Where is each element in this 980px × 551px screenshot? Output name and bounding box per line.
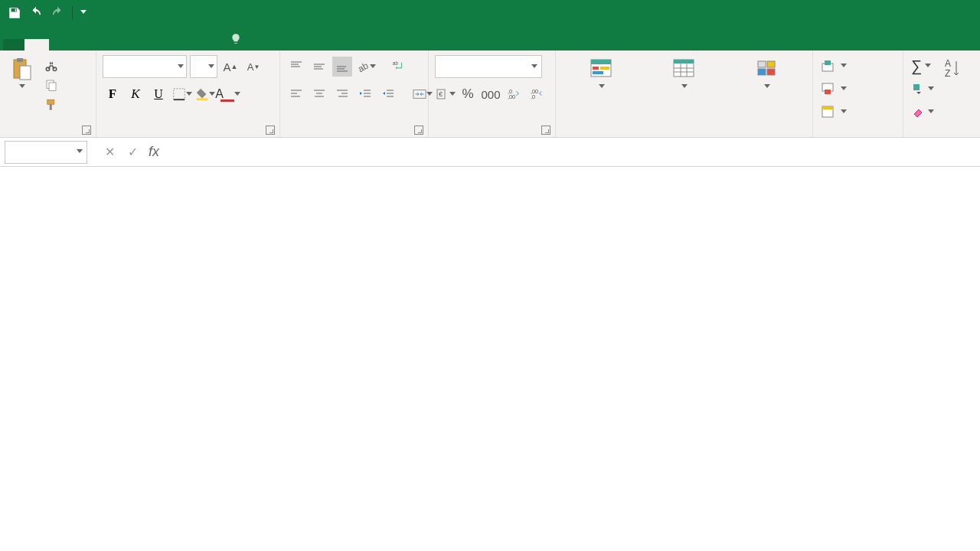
- svg-rect-2: [20, 66, 31, 80]
- tab-seitenlayout[interactable]: [74, 39, 98, 51]
- sort-filter-button[interactable]: AZ: [939, 55, 970, 84]
- svg-rect-38: [413, 90, 425, 99]
- svg-text:€: €: [439, 90, 443, 98]
- number-dialog-launcher[interactable]: [541, 126, 550, 135]
- svg-rect-63: [825, 90, 831, 94]
- fx-icon[interactable]: fx: [144, 144, 164, 160]
- svg-text:,0: ,0: [531, 93, 535, 100]
- align-top-button[interactable]: [286, 57, 306, 77]
- svg-rect-49: [593, 71, 603, 74]
- redo-icon[interactable]: [51, 6, 64, 20]
- paste-button[interactable]: [6, 55, 37, 91]
- decrease-indent-button[interactable]: [355, 84, 375, 104]
- svg-rect-51: [674, 60, 694, 64]
- group-alignment: ab ab: [280, 51, 429, 137]
- borders-button[interactable]: [172, 84, 191, 104]
- autosum-button[interactable]: ∑: [910, 55, 935, 77]
- save-icon[interactable]: [8, 6, 21, 20]
- align-dialog-launcher[interactable]: [414, 126, 423, 135]
- clear-button[interactable]: [910, 101, 935, 122]
- svg-text:ab: ab: [393, 60, 399, 66]
- insert-cells-button[interactable]: [819, 55, 848, 77]
- svg-rect-56: [758, 61, 766, 67]
- tab-einfuegen[interactable]: [49, 39, 74, 51]
- lightbulb-icon: [230, 33, 242, 45]
- tab-formeln[interactable]: [98, 39, 122, 51]
- svg-rect-65: [822, 106, 833, 109]
- titlebar: [0, 0, 980, 25]
- svg-rect-1: [17, 58, 23, 62]
- format-as-table-button[interactable]: [668, 55, 699, 91]
- tab-ueberpruefen[interactable]: [147, 39, 172, 51]
- tab-start[interactable]: [24, 39, 49, 51]
- conditional-formatting-button[interactable]: [586, 55, 616, 91]
- svg-rect-57: [767, 61, 775, 67]
- svg-rect-11: [196, 98, 207, 100]
- format-painter-button[interactable]: [41, 95, 61, 115]
- font-name-combo[interactable]: [103, 55, 187, 78]
- svg-rect-58: [758, 69, 766, 75]
- increase-decimal-button[interactable]: ,0,00: [504, 84, 524, 104]
- font-dialog-launcher[interactable]: [266, 126, 275, 135]
- font-color-button[interactable]: A: [217, 84, 237, 104]
- ribbon-tabs: [0, 25, 980, 51]
- align-center-button[interactable]: [309, 84, 329, 104]
- formula-bar: ✕ ✓ fx: [0, 138, 980, 167]
- decrease-decimal-button[interactable]: ,00,0: [527, 84, 547, 104]
- clipboard-dialog-launcher[interactable]: [82, 126, 91, 135]
- name-box[interactable]: [5, 141, 87, 164]
- underline-button[interactable]: U: [149, 84, 168, 104]
- svg-point-3: [46, 67, 50, 71]
- increase-indent-button[interactable]: [378, 84, 398, 104]
- cell-styles-button[interactable]: [752, 55, 782, 91]
- wrap-text-button[interactable]: ab: [389, 57, 409, 77]
- tab-ansicht[interactable]: [172, 39, 196, 51]
- italic-button[interactable]: K: [126, 84, 145, 104]
- decrease-font-button[interactable]: A▼: [243, 57, 263, 77]
- percent-format-button[interactable]: %: [458, 84, 478, 104]
- group-font: A▲ A▼ F K U A: [96, 51, 280, 137]
- font-size-combo[interactable]: [190, 55, 217, 78]
- comma-format-button[interactable]: 000: [481, 84, 501, 104]
- svg-rect-66: [913, 84, 920, 90]
- align-middle-button[interactable]: [309, 57, 329, 77]
- number-format-combo[interactable]: [435, 55, 542, 78]
- align-bottom-button[interactable]: [332, 57, 352, 77]
- increase-font-button[interactable]: A▲: [220, 57, 240, 77]
- undo-icon[interactable]: [29, 6, 43, 20]
- enter-formula-button[interactable]: ✓: [121, 141, 144, 164]
- tab-daten[interactable]: [122, 39, 147, 51]
- svg-rect-59: [767, 69, 775, 75]
- fill-color-button[interactable]: [194, 84, 214, 104]
- format-cells-button[interactable]: [819, 101, 848, 122]
- cancel-formula-button[interactable]: ✕: [98, 141, 121, 164]
- qat-customize-icon[interactable]: [80, 10, 86, 15]
- copy-button[interactable]: [41, 75, 61, 95]
- fill-button[interactable]: [910, 78, 935, 99]
- orientation-button[interactable]: ab: [355, 57, 375, 77]
- svg-rect-46: [591, 60, 611, 64]
- cut-button[interactable]: [41, 55, 61, 75]
- accounting-format-button[interactable]: €: [435, 84, 455, 104]
- tab-powerpivot[interactable]: [196, 39, 220, 51]
- group-clipboard: [0, 51, 96, 137]
- svg-text:A: A: [945, 58, 951, 69]
- group-styles: [556, 51, 813, 137]
- tell-me-search[interactable]: [220, 28, 256, 51]
- bold-button[interactable]: F: [103, 84, 122, 104]
- qat-separator: [72, 6, 73, 20]
- svg-rect-61: [825, 60, 831, 65]
- group-cells: [813, 51, 903, 137]
- delete-cells-button[interactable]: [819, 78, 848, 99]
- svg-rect-8: [50, 104, 52, 110]
- tab-datei[interactable]: [3, 39, 24, 51]
- svg-text:,00: ,00: [508, 93, 515, 100]
- svg-text:ab: ab: [356, 60, 370, 73]
- align-left-button[interactable]: [286, 84, 306, 104]
- svg-rect-47: [593, 67, 599, 70]
- align-right-button[interactable]: [332, 84, 352, 104]
- group-editing: ∑ AZ: [903, 51, 977, 137]
- ribbon: A▲ A▼ F K U A ab ab: [0, 51, 980, 138]
- svg-text:Z: Z: [945, 68, 950, 79]
- group-number: € % 000 ,0,00 ,00,0: [429, 51, 556, 137]
